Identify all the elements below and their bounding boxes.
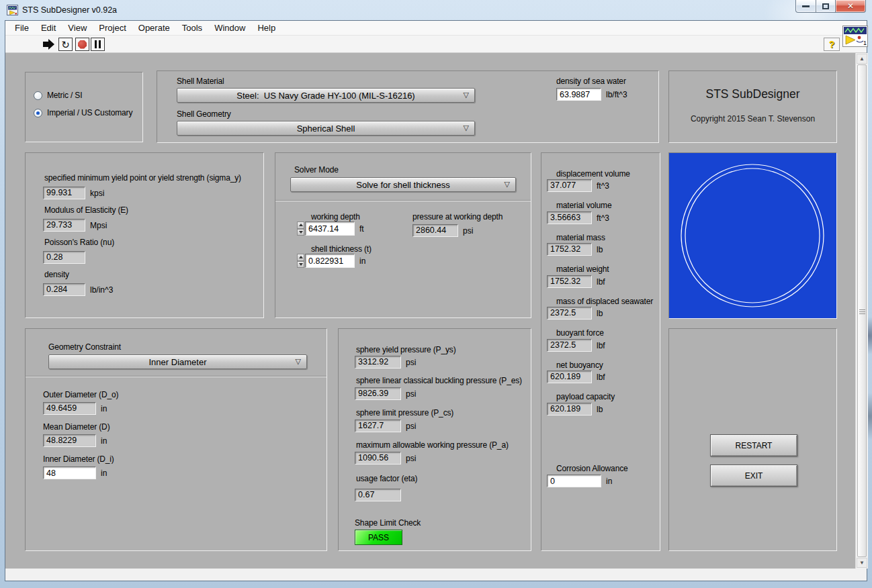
working-pressure-indicator: 2860.44: [412, 224, 458, 237]
menu-view[interactable]: View: [62, 21, 93, 35]
shell-material-dropdown[interactable]: Steel: US Navy Grade HY-100 (MIL-S-16216…: [177, 88, 475, 103]
buoyant-force-unit: lbf: [597, 341, 605, 350]
solver-mode-dropdown[interactable]: Solve for shell thickness ▽: [290, 177, 516, 192]
yield-pressure-indicator: 3312.92: [355, 356, 401, 369]
vertical-scrollbar-thumb[interactable]: [857, 64, 867, 557]
shell-thickness-unit: in: [359, 256, 365, 266]
corrosion-allowance-label: Corrosion Allowance: [556, 464, 628, 473]
radio-metric-icon[interactable]: [34, 91, 42, 100]
solver-mode-value: Solve for shell thickness: [356, 180, 449, 190]
run-continuously-icon: ↻: [61, 40, 70, 50]
front-panel: Metric / SI Imperial / US Customary Shel…: [5, 53, 868, 569]
shell-material-value: Steel: US Navy Grade HY-100 (MIL-S-16216…: [236, 91, 415, 101]
radio-imperial-label: Imperial / US Customary: [47, 108, 132, 117]
pressures-panel: sphere yield pressure (P_ys) 3312.92 psi…: [338, 328, 531, 551]
window-title: STS SubDesigner v0.92a: [22, 5, 117, 15]
scrollbar-grip: [859, 308, 865, 314]
shell-thickness-stepper[interactable]: [297, 254, 304, 268]
working-depth-input[interactable]: [305, 222, 355, 236]
shell-cross-section-drawing: [669, 153, 836, 318]
context-help-button[interactable]: ?: [824, 38, 840, 51]
working-depth-label: working depth: [311, 212, 360, 222]
inner-diameter-input[interactable]: [43, 467, 96, 479]
net-buoyancy-indicator: 620.189: [547, 371, 592, 383]
menu-file[interactable]: File: [9, 21, 35, 35]
maximize-button[interactable]: [816, 0, 836, 13]
menu-help[interactable]: Help: [251, 21, 281, 35]
working-depth-stepper[interactable]: [297, 222, 304, 236]
corrosion-allowance-unit: in: [606, 477, 612, 486]
restart-button[interactable]: RESTART: [710, 434, 797, 456]
yield-pressure-label: sphere yield pressure (P_ys): [356, 345, 456, 354]
payload-capacity-label: payload capacity: [556, 392, 615, 401]
usage-factor-label: usage factor (eta): [356, 474, 417, 483]
corrosion-allowance-input[interactable]: [547, 475, 601, 487]
pause-icon-bar2: [99, 40, 101, 48]
working-pressure-label: pressure at working depth: [412, 212, 503, 222]
pause-button[interactable]: [91, 38, 105, 51]
radio-metric[interactable]: Metric / SI: [34, 91, 82, 100]
abort-button[interactable]: [75, 38, 89, 51]
buckling-pressure-indicator: 9826.39: [355, 387, 401, 400]
menu-project[interactable]: Project: [93, 21, 132, 35]
shell-geometry-dropdown[interactable]: Spherical Shell ▽: [177, 121, 475, 136]
geometry-panel: Geometry Constraint Inner Diameter ▽ Out…: [25, 328, 327, 551]
inner-diameter-unit: in: [101, 469, 107, 478]
limit-pressure-label: sphere limit pressure (P_cs): [356, 408, 453, 418]
radio-metric-label: Metric / SI: [47, 91, 82, 100]
radio-imperial[interactable]: Imperial / US Customary: [34, 108, 132, 117]
menu-window[interactable]: Window: [208, 21, 251, 35]
material-weight-indicator: 1752.32: [547, 275, 592, 288]
exit-button[interactable]: EXIT: [710, 464, 797, 487]
material-mass-label: material mass: [556, 233, 605, 242]
run-button[interactable]: [41, 38, 57, 51]
sigma-y-unit: kpsi: [90, 189, 104, 198]
copyright-text: Copyright 2015 Sean T. Stevenson: [669, 114, 836, 124]
shell-thickness-input[interactable]: [305, 254, 355, 268]
shell-cross-section-viewer: [668, 152, 837, 319]
displaced-seawater-indicator: 2372.5: [547, 307, 592, 320]
working-pressure-unit: psi: [463, 226, 473, 236]
maximize-icon: [822, 3, 829, 9]
displaced-seawater-unit: lb: [597, 309, 603, 318]
minimize-button[interactable]: [795, 0, 816, 13]
scroll-down-button[interactable]: ▼: [857, 558, 867, 568]
buckling-pressure-label: sphere linear classical buckling pressur…: [356, 376, 522, 385]
dropdown-arrow-icon: ▽: [505, 180, 510, 189]
shape-limit-check-led: PASS: [355, 530, 402, 545]
menu-edit[interactable]: Edit: [35, 21, 62, 35]
shell-thickness-label: shell thickness (t): [311, 244, 372, 254]
run-icon: [42, 38, 56, 50]
menu-tools[interactable]: Tools: [176, 21, 208, 35]
vertical-scrollbar[interactable]: ▲ ▼: [855, 53, 868, 569]
material-mass-unit: lb: [597, 245, 603, 254]
max-working-pressure-unit: psi: [406, 454, 416, 463]
sea-water-density-input[interactable]: [556, 88, 601, 101]
sigma-y-indicator: 99.931: [43, 187, 85, 199]
radio-imperial-icon[interactable]: [34, 109, 42, 117]
shell-geometry-value: Spherical Shell: [297, 124, 355, 134]
close-button[interactable]: ✕: [836, 0, 866, 13]
window-controls: ✕: [795, 0, 866, 13]
displacement-volume-indicator: 37.077: [547, 179, 592, 192]
shell-geometry-label: Shell Geometry: [177, 109, 231, 119]
sea-water-density-unit: lb/ft^3: [606, 90, 627, 99]
dropdown-arrow-icon: ▽: [296, 357, 301, 366]
running-vi-icon: 1: [842, 26, 868, 47]
title-bar[interactable]: STS SubDesigner v0.92a ✕: [0, 0, 872, 20]
actions-panel: RESTART EXIT: [668, 328, 837, 551]
solver-panel: Solver Mode Solve for shell thickness ▽ …: [275, 152, 531, 318]
geometry-constraint-dropdown[interactable]: Inner Diameter ▽: [48, 354, 307, 369]
displacement-volume-label: displacement volume: [556, 169, 630, 179]
close-icon: ✕: [847, 1, 854, 11]
net-buoyancy-unit: lbf: [597, 373, 605, 382]
payload-capacity-indicator: 620.189: [547, 403, 592, 415]
sea-water-density-label: density of sea water: [556, 77, 626, 86]
vi-count-badge: 1: [863, 40, 867, 46]
run-continuously-button[interactable]: ↻: [58, 38, 73, 51]
outputs-panel: displacement volume 37.077 ft^3 material…: [541, 152, 660, 551]
scroll-up-button[interactable]: ▲: [857, 54, 867, 64]
menu-operate[interactable]: Operate: [132, 21, 176, 35]
limit-pressure-indicator: 1627.7: [355, 420, 401, 432]
yield-pressure-unit: psi: [406, 358, 416, 367]
